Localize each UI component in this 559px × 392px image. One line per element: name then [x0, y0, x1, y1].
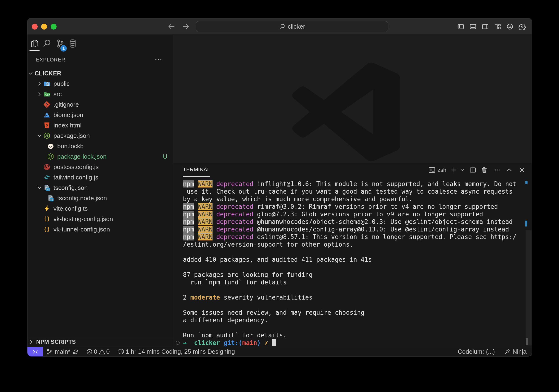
- sync-icon: [72, 348, 79, 355]
- more-actions-icon[interactable]: [494, 166, 501, 174]
- explorer-title: EXPLORER: [36, 57, 65, 63]
- vscode-window: clicker 1: [27, 18, 532, 356]
- vscode-logo-watermark: [292, 62, 400, 161]
- navigate-back-icon[interactable]: [167, 22, 175, 30]
- terminal-line: npm WARN deprecated eslint@8.57.1: This …: [183, 233, 532, 241]
- chevron-down-icon: [28, 70, 34, 76]
- tree-item-vite.config.ts[interactable]: vite.config.ts: [28, 203, 173, 214]
- activity-explorer[interactable]: [28, 38, 40, 49]
- tree-item-src[interactable]: src: [28, 89, 173, 99]
- tree-item-tsconfig.json[interactable]: tsconfig.json: [28, 183, 173, 193]
- tab-terminal[interactable]: TERMINAL: [183, 163, 210, 177]
- file-label: tsconfig.node.json: [57, 195, 107, 202]
- tree-item-vk-tunnel-config.json[interactable]: vk-tunnel-config.json: [28, 224, 173, 234]
- file-label: postcss.config.js: [54, 163, 99, 171]
- panel-header: TERMINAL zsh: [173, 163, 532, 177]
- tree-item-tailwind.config.js[interactable]: tailwind.config.js: [28, 172, 173, 183]
- folder-public-icon: [43, 80, 51, 88]
- toggle-panel-icon[interactable]: [469, 23, 477, 30]
- terminal-line: 2 moderate severity vulnerabilities: [183, 294, 532, 301]
- command-decoration-icon: [176, 341, 180, 345]
- zoom-button[interactable]: [51, 24, 56, 30]
- tree-item-public[interactable]: public: [28, 79, 173, 89]
- git-icon: [43, 101, 51, 108]
- terminal-line: run `npm fund` for details: [183, 278, 532, 286]
- title-bar: clicker: [28, 18, 532, 35]
- activity-search[interactable]: [41, 38, 53, 49]
- toggle-sidebar-icon[interactable]: [457, 23, 464, 30]
- tree-item-package.json[interactable]: package.json: [28, 131, 173, 141]
- terminal-scrollbar-track: [526, 230, 531, 345]
- git-status-badge: U: [163, 153, 167, 160]
- terminal-line: Run `npm audit` for details.: [183, 331, 532, 339]
- account-icon[interactable]: [506, 23, 513, 30]
- minimize-button[interactable]: [41, 24, 47, 30]
- explorer-more-actions-icon[interactable]: ···: [155, 56, 163, 64]
- nodejs-icon: [43, 132, 51, 140]
- tsconfig-icon: [43, 184, 51, 192]
- bun-icon: [47, 142, 55, 150]
- terminal-output[interactable]: npm WARN deprecated inflight@1.0.6: This…: [173, 177, 532, 347]
- remote-indicator[interactable]: [28, 347, 43, 356]
- kill-terminal-icon[interactable]: [480, 166, 488, 174]
- tree-item-.gitignore[interactable]: .gitignore: [28, 99, 173, 110]
- time-tracking-status[interactable]: 1 hr 14 mins Coding, 25 mins Designing: [118, 348, 235, 355]
- file-label: package.json: [54, 132, 90, 140]
- tree-item-postcss.config.js[interactable]: postcss.config.js: [28, 162, 173, 172]
- settings-gear-icon[interactable]: [519, 23, 526, 30]
- problems-status[interactable]: 0 0: [86, 348, 110, 355]
- file-label: vk-hosting-config.json: [54, 215, 113, 223]
- maximize-panel-icon[interactable]: [505, 166, 513, 174]
- sidebar: 1 EXPLORER ··· CLICKER publicsrc.gitigno…: [28, 35, 173, 347]
- git-branch-icon: [46, 348, 53, 355]
- chevron-right-icon: [37, 91, 43, 97]
- file-label: src: [54, 90, 62, 98]
- status-bar: main* 0 0 1 hr 14 mins Coding, 25 mins D…: [28, 347, 532, 356]
- file-label: index.html: [54, 122, 82, 129]
- navigate-forward-icon[interactable]: [182, 22, 190, 30]
- tree-item-index.html[interactable]: index.html: [28, 120, 173, 131]
- search-value: clicker: [288, 23, 305, 30]
- activity-source-control[interactable]: 1: [54, 38, 66, 49]
- terminal-line: Some issues need review, and may require…: [183, 309, 532, 316]
- ninja-status[interactable]: Ninja: [504, 348, 527, 355]
- npm-scripts-label: NPM SCRIPTS: [36, 339, 76, 345]
- tree-item-tsconfig.node.json[interactable]: tsconfig.node.json: [28, 193, 173, 203]
- file-tree: CLICKER publicsrc.gitignorebiome.jsonind…: [28, 68, 173, 234]
- terminal-line: [183, 248, 532, 256]
- root-folder-label: CLICKER: [35, 70, 61, 77]
- branch-status[interactable]: main*: [46, 348, 79, 355]
- error-icon: [86, 348, 93, 355]
- tree-item-package-lock.json[interactable]: package-lock.jsonU: [28, 151, 173, 162]
- chevron-down-icon[interactable]: [460, 167, 465, 173]
- terminal-icon: [428, 166, 436, 174]
- terminal-line: [183, 263, 532, 271]
- npm-scripts-section[interactable]: NPM SCRIPTS: [28, 337, 173, 347]
- split-terminal-icon[interactable]: [469, 166, 477, 174]
- file-label: biome.json: [54, 111, 83, 119]
- tree-item-vk-hosting-config.json[interactable]: vk-hosting-config.json: [28, 214, 173, 224]
- nodejs-icon: [47, 153, 55, 160]
- activity-database[interactable]: [67, 38, 79, 49]
- terminal-line: a different dependency.: [183, 316, 532, 324]
- close-button[interactable]: [32, 24, 38, 30]
- customize-layout-icon[interactable]: [494, 23, 501, 30]
- toggle-secondary-sidebar-icon[interactable]: [482, 23, 489, 30]
- html-icon: [43, 122, 51, 129]
- terminal-scrollbar-thumb[interactable]: [526, 338, 528, 345]
- search-icon: [42, 39, 52, 48]
- tree-item-biome.json[interactable]: biome.json: [28, 110, 173, 120]
- chevron-down-icon: [37, 185, 43, 191]
- codeium-status[interactable]: Codeium: {...}: [458, 348, 495, 355]
- tree-root-folder[interactable]: CLICKER: [28, 68, 173, 79]
- command-center-search[interactable]: clicker: [196, 21, 388, 32]
- braces-icon: [43, 226, 51, 233]
- branch-label: main*: [55, 348, 70, 355]
- ninja-label: Ninja: [512, 348, 527, 355]
- new-terminal-icon[interactable]: [450, 166, 458, 174]
- close-panel-icon[interactable]: [518, 166, 526, 174]
- tree-item-bun.lockb[interactable]: bun.lockb: [28, 141, 173, 151]
- active-tab-indicator: [29, 50, 40, 51]
- clock-icon: [118, 348, 125, 355]
- terminal-line: npm WARN deprecated @humanwhocodes/objec…: [183, 218, 532, 226]
